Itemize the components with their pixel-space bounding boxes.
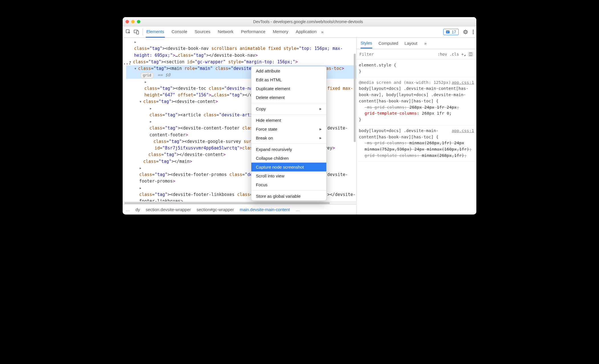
breadcrumb-item[interactable]: section#gc-wrapper — [197, 207, 234, 212]
menu-separator — [251, 190, 326, 191]
menu-item[interactable]: Scroll into view — [251, 171, 326, 180]
styles-filter-row: :hov .cls +◢ — [357, 49, 476, 59]
menu-item[interactable]: Add attribute — [251, 66, 326, 75]
breadcrumb: … dy section.devsite-wrapper section#gc-… — [123, 204, 356, 215]
svg-rect-3 — [446, 31, 450, 33]
tab-memory[interactable]: Memory — [272, 26, 289, 38]
gutter-marker-icon: ••• — [123, 61, 131, 67]
svg-rect-5 — [447, 32, 448, 33]
menu-item[interactable]: Force state — [251, 125, 326, 134]
kebab-menu-icon[interactable] — [472, 29, 474, 35]
svg-point-8 — [473, 33, 474, 34]
menu-item[interactable]: Collapse children — [251, 154, 326, 163]
tab-sources[interactable]: Sources — [194, 26, 211, 38]
source-link[interactable]: app.css:1 — [452, 80, 474, 86]
elements-panel: ••• class="tag"><devsite-book-nav scroll… — [123, 38, 357, 215]
svg-rect-2 — [137, 31, 139, 34]
sidebar-tabs-overflow[interactable]: » — [424, 41, 426, 46]
css-rule[interactable]: app.css:1@media screen and (max-width: 1… — [359, 78, 474, 126]
grid-chip[interactable]: grid — [140, 72, 154, 78]
tab-elements[interactable]: Elements — [146, 26, 165, 38]
tab-styles[interactable]: Styles — [361, 38, 372, 48]
tab-network[interactable]: Network — [217, 26, 234, 38]
errors-badge[interactable]: 17 — [443, 29, 459, 35]
svg-rect-4 — [447, 31, 449, 32]
crumbs-overflow-left[interactable]: … — [126, 207, 130, 212]
css-rule[interactable]: element.style {} — [359, 61, 474, 77]
styles-filter-input[interactable] — [359, 52, 435, 56]
gear-icon[interactable] — [463, 29, 468, 35]
main-toolbar: Elements Console Sources Network Perform… — [123, 26, 476, 38]
panel-tabs: Elements Console Sources Network Perform… — [146, 26, 317, 38]
menu-item[interactable]: Break on — [251, 134, 326, 142]
errors-count: 17 — [452, 30, 456, 34]
menu-separator — [251, 143, 326, 144]
separator — [143, 29, 143, 35]
inspect-element-icon[interactable] — [125, 29, 132, 35]
traffic-lights — [126, 20, 140, 23]
menu-item[interactable]: Focus — [251, 180, 326, 189]
devtools-window: DevTools - developers.google.com/web/too… — [123, 17, 476, 215]
panel-body: ••• class="tag"><devsite-book-nav scroll… — [123, 38, 476, 215]
close-icon[interactable] — [126, 20, 129, 23]
tab-console[interactable]: Console — [171, 26, 188, 38]
menu-separator — [251, 103, 326, 103]
maximize-icon[interactable] — [137, 20, 140, 23]
menu-item[interactable]: Duplicate element — [251, 84, 326, 93]
tabs-overflow-icon[interactable]: » — [321, 29, 323, 34]
crumbs-overflow-right[interactable]: … — [296, 207, 300, 212]
breadcrumb-partial[interactable]: dy — [135, 207, 140, 212]
dom-node[interactable]: class="tag"><devsite-book-nav scrollbars… — [126, 39, 356, 59]
hover-toggle[interactable]: :hov — [438, 52, 447, 56]
toggle-rendering-icon[interactable] — [468, 52, 473, 56]
menu-item[interactable]: Hide element — [251, 116, 326, 125]
menu-item[interactable]: Edit as HTML — [251, 75, 326, 84]
device-toggle-icon[interactable] — [133, 29, 140, 35]
titlebar: DevTools - developers.google.com/web/too… — [123, 17, 476, 26]
menu-item[interactable]: Copy — [251, 104, 326, 113]
svg-point-6 — [473, 30, 474, 31]
css-rule[interactable]: app.css:1body[layout=docs] .devsite-main… — [359, 127, 474, 161]
toolbar-right: 17 — [443, 29, 474, 35]
breadcrumb-item-active[interactable]: main.devsite-main-content — [240, 207, 290, 212]
tab-performance[interactable]: Performance — [240, 26, 266, 38]
tab-computed[interactable]: Computed — [379, 41, 398, 46]
styles-panel: Styles Computed Layout » :hov .cls +◢ el… — [357, 38, 476, 215]
menu-item[interactable]: Store as global variable — [251, 192, 326, 201]
menu-item[interactable]: Expand recursively — [251, 145, 326, 154]
window-title: DevTools - developers.google.com/web/too… — [143, 19, 473, 24]
breadcrumb-item[interactable]: section.devsite-wrapper — [146, 207, 191, 212]
menu-separator — [251, 114, 326, 115]
context-menu: Add attributeEdit as HTMLDuplicate eleme… — [251, 66, 327, 201]
source-link[interactable]: app.css:1 — [452, 128, 474, 134]
minimize-icon[interactable] — [131, 20, 135, 23]
horizontal-scrollbar[interactable] — [123, 201, 356, 204]
dom-node[interactable]: class="tag"><section id="gc-wrapper" sty… — [126, 59, 356, 65]
svg-point-7 — [473, 31, 474, 33]
vertical-scrollbar[interactable] — [353, 38, 356, 215]
new-rule-button[interactable]: +◢ — [461, 52, 466, 56]
styles-rules[interactable]: element.style {}app.css:1@media screen a… — [357, 59, 476, 215]
menu-item[interactable]: Capture node screenshot — [251, 163, 326, 171]
menu-item[interactable]: Delete element — [251, 93, 326, 102]
sidebar-tabs: Styles Computed Layout » — [357, 38, 476, 49]
tab-layout[interactable]: Layout — [404, 41, 417, 46]
tab-application[interactable]: Application — [295, 26, 317, 38]
class-toggle[interactable]: .cls — [449, 52, 459, 56]
